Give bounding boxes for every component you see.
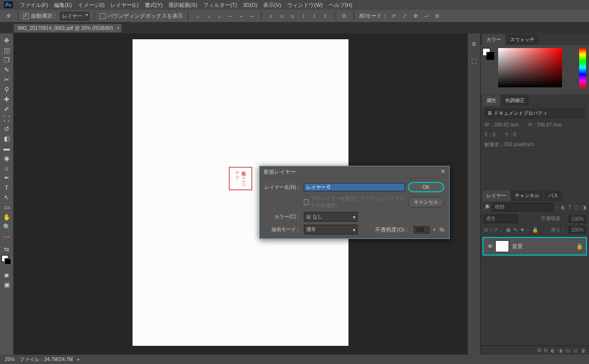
lock-all-icon[interactable]: 🔒 — [532, 227, 538, 233]
new-layer-icon[interactable]: 🗋 — [573, 348, 578, 353]
brush-tool-icon[interactable]: ✐ — [1, 104, 13, 114]
fx-icon[interactable]: fx — [544, 348, 548, 353]
blend-mode-dropdown[interactable]: 通常▾ — [304, 225, 358, 234]
distribute-icon[interactable]: ⦀ — [321, 12, 329, 21]
lock-pixels-icon[interactable]: ▦ — [506, 227, 510, 233]
history-brush-icon[interactable]: ↺ — [1, 124, 13, 133]
tab-color[interactable]: カラー — [482, 34, 505, 45]
3d-icon[interactable]: ⤾ — [422, 12, 430, 21]
auto-select-checkbox[interactable] — [23, 13, 29, 19]
menu-type[interactable]: 書式(Y) — [142, 1, 166, 9]
crop-tool-icon[interactable]: ✂ — [1, 75, 13, 84]
align-icon[interactable]: ⫠ — [215, 12, 224, 21]
distribute-icon[interactable]: ⦀ — [310, 12, 319, 21]
menu-window[interactable]: ウィンドウ(W) — [284, 1, 326, 9]
file-size[interactable]: ファイル：24.7M/24.7M — [20, 356, 73, 363]
lock-move-icon[interactable]: ✥ — [520, 227, 524, 233]
lock-artboard-icon[interactable]: ▫ — [527, 227, 529, 233]
menu-help[interactable]: ヘルプ(H) — [326, 1, 355, 9]
menu-file[interactable]: ファイル(F) — [17, 1, 51, 9]
hue-slider[interactable] — [579, 48, 586, 87]
menu-edit[interactable]: 編集(E) — [51, 1, 75, 9]
move-tool-icon[interactable]: ✥ — [1, 35, 13, 45]
quick-select-tool-icon[interactable]: ✎ — [1, 65, 13, 75]
folder-icon[interactable]: 🗀 — [565, 348, 570, 353]
menu-3d[interactable]: 3D(D) — [240, 2, 260, 8]
ok-button[interactable]: OK — [408, 182, 444, 192]
info-panel-icon[interactable]: ⛶ — [470, 57, 479, 66]
tab-swatches[interactable]: スウォッチ — [506, 34, 538, 45]
menu-view[interactable]: 表示(V) — [260, 1, 284, 9]
gradient-tool-icon[interactable]: ▬ — [1, 143, 13, 153]
tab-properties[interactable]: 属性 — [482, 95, 500, 106]
fill-input[interactable]: 100% — [568, 226, 586, 234]
align-icon[interactable]: ⫟ — [247, 12, 256, 21]
layer-name-input[interactable] — [304, 183, 405, 191]
tab-layers[interactable]: レイヤー — [482, 190, 510, 201]
adjustment-icon[interactable]: ◑ — [558, 348, 562, 353]
layer-row-background[interactable]: 👁 背景 🔒 — [482, 237, 587, 256]
filter-icon[interactable]: T — [568, 205, 571, 210]
tab-paths[interactable]: パス — [544, 190, 562, 201]
document-tab[interactable]: IMG_20170814_0001.pdf @ 25% (RGB/8#) — [14, 24, 122, 32]
eraser-tool-icon[interactable]: ◧ — [1, 133, 13, 143]
lock-brush-icon[interactable]: ✎ — [513, 227, 517, 233]
distribute-icon[interactable]: ⦀ — [299, 12, 308, 21]
filter-icon[interactable]: ▫ — [556, 205, 558, 210]
hand-tool-icon[interactable]: ✋ — [1, 212, 13, 222]
auto-select-dropdown[interactable]: レイヤー — [60, 12, 89, 21]
link-icon[interactable]: ⧉ — [537, 347, 541, 353]
close-icon[interactable]: ✕ — [441, 168, 445, 176]
blur-tool-icon[interactable]: ◉ — [1, 153, 13, 163]
mask-icon[interactable]: ◐ — [551, 348, 555, 353]
align-icon[interactable]: ⫟ — [237, 12, 245, 21]
auto-align-icon[interactable]: ⧉ — [340, 12, 348, 21]
path-tool-icon[interactable]: ↖ — [1, 192, 13, 202]
stamp-tool-icon[interactable]: ⛶ — [1, 114, 13, 124]
menu-select[interactable]: 選択範囲(S) — [165, 1, 200, 9]
screen-mode-icon[interactable]: ▣ — [1, 280, 13, 289]
distribute-icon[interactable]: ≡ — [267, 12, 275, 21]
pen-tool-icon[interactable]: ✒ — [1, 173, 13, 182]
marquee-tool-icon[interactable]: ◫ — [1, 45, 13, 55]
align-icon[interactable]: ⫟ — [226, 12, 235, 21]
menu-layer[interactable]: レイヤー(L) — [107, 1, 141, 9]
shape-tool-icon[interactable]: ▭ — [1, 202, 13, 212]
misc-tool-icon[interactable]: ⋯ — [1, 232, 13, 241]
distribute-icon[interactable]: ≡ — [277, 12, 286, 21]
tab-channels[interactable]: チャンネル — [511, 190, 543, 201]
filter-icon[interactable]: ◨ — [582, 205, 586, 210]
3d-icon[interactable]: ✥ — [411, 12, 420, 21]
zoom-tool-icon[interactable]: 🔍 — [1, 222, 13, 232]
trash-icon[interactable]: 🗑 — [581, 348, 586, 353]
3d-icon[interactable]: ⊕ — [432, 12, 441, 21]
color-dropdown[interactable]: ☒なし▾ — [304, 212, 358, 222]
filter-icon[interactable]: ▢ — [574, 205, 579, 210]
distribute-icon[interactable]: ≡ — [288, 12, 297, 21]
align-icon[interactable]: ⫠ — [193, 12, 202, 21]
foreground-background-swatch[interactable] — [1, 255, 12, 266]
filter-icon[interactable]: ◐ — [561, 205, 565, 210]
eyedropper-tool-icon[interactable]: ⚲ — [1, 84, 13, 94]
filter-kind-dropdown[interactable]: 種類 — [492, 203, 553, 211]
dialog-opacity-input[interactable] — [414, 226, 429, 234]
tab-adjustments[interactable]: 色調補正 — [501, 95, 529, 106]
layer-thumbnail[interactable] — [495, 240, 509, 252]
menu-filter[interactable]: フィルター(T) — [200, 1, 240, 9]
cancel-button[interactable]: キャンセル — [408, 197, 444, 208]
visibility-icon[interactable]: 👁 — [486, 243, 493, 249]
menu-image[interactable]: イメージ(I) — [75, 1, 107, 9]
type-tool-icon[interactable]: T — [1, 182, 13, 192]
align-icon[interactable]: ⫠ — [204, 12, 213, 21]
fg-bg-swatches[interactable] — [482, 48, 490, 64]
search-icon[interactable]: 🔎 — [483, 205, 489, 210]
3d-icon[interactable]: ⤢ — [400, 12, 409, 21]
swap-colors-icon[interactable]: ⇆ — [1, 244, 13, 254]
quick-mask-icon[interactable]: ◙ — [1, 270, 13, 280]
opacity-input[interactable]: 100% — [568, 215, 586, 223]
zoom-level[interactable]: 25% — [5, 357, 15, 362]
lasso-tool-icon[interactable]: ❐ — [1, 55, 13, 65]
color-picker[interactable] — [498, 48, 562, 87]
history-panel-icon[interactable]: ≣ — [470, 39, 479, 48]
healing-tool-icon[interactable]: ✚ — [1, 94, 13, 104]
